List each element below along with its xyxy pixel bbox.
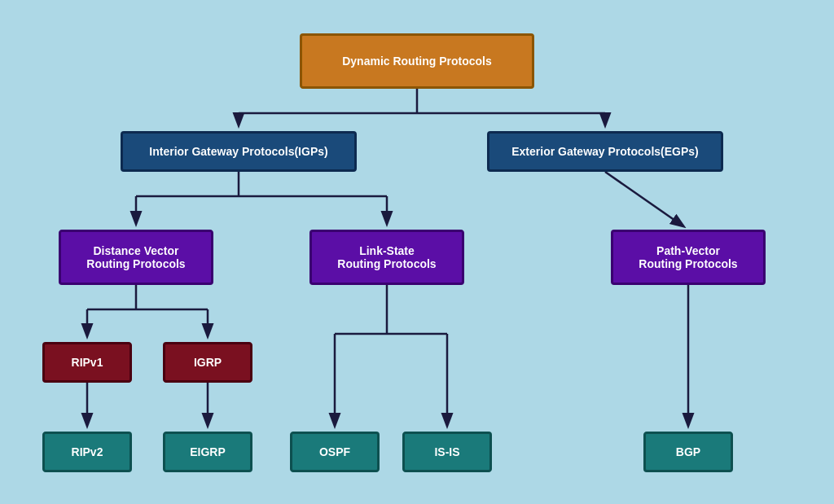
svg-line-8: [605, 172, 683, 226]
igp-node: Interior Gateway Protocols(IGPs): [121, 131, 357, 172]
ripv2-node: RIPv2: [42, 432, 132, 472]
pvr-node: Path-Vector Routing Protocols: [611, 230, 766, 285]
lsr-node: Link-State Routing Protocols: [309, 230, 464, 285]
isis-node: IS-IS: [402, 432, 492, 472]
ripv1-node: RIPv1: [42, 342, 132, 383]
eigrp-node: EIGRP: [163, 432, 252, 472]
dvr-node: Distance Vector Routing Protocols: [59, 230, 213, 285]
diagram-container: Dynamic Routing Protocols Interior Gatew…: [0, 0, 834, 504]
ospf-node: OSPF: [290, 432, 380, 472]
egp-node: Exterior Gateway Protocols(EGPs): [487, 131, 723, 172]
igrp-node: IGRP: [163, 342, 252, 383]
bgp-node: BGP: [643, 432, 733, 472]
root-node: Dynamic Routing Protocols: [300, 33, 534, 89]
